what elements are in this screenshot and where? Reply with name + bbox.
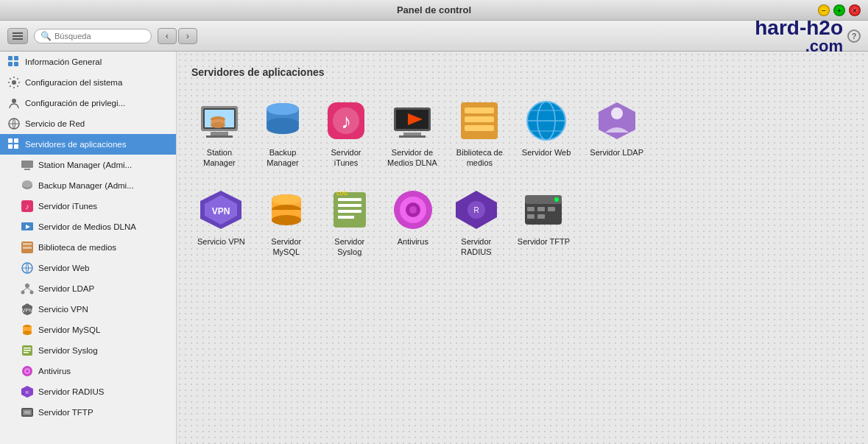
svg-rect-66: [403, 133, 421, 135]
svg-point-58: [267, 118, 299, 130]
close-button[interactable]: ×: [849, 4, 861, 16]
sidebar-label-servidor-dlna: Servidor de Medios DLNA: [38, 222, 136, 231]
sidebar-item-servidores-aplicaciones[interactable]: Servidores de aplicaciones: [0, 134, 176, 155]
app-label-servidor-syslog: ServidorSyslog: [334, 236, 364, 258]
sidebar-item-servicio-vpn[interactable]: VPN Servicio VPN: [0, 299, 176, 320]
svg-text:VPN: VPN: [22, 308, 32, 313]
maximize-button[interactable]: +: [833, 4, 845, 16]
sidebar-item-station-manager[interactable]: Station Manager (Admi...: [0, 155, 176, 175]
svg-point-25: [30, 291, 34, 295]
app-servidor-tftp[interactable]: Servidor TFTP: [512, 182, 576, 264]
servidor-radius-icon: R: [454, 188, 498, 232]
servidor-ldap-icon: [595, 99, 639, 143]
app-antivirus[interactable]: Antivirus: [385, 182, 441, 264]
person-icon: [7, 96, 21, 110]
sidebar-item-configuracion-sistema[interactable]: Configuracion del sistema: [0, 72, 176, 93]
sidebar-item-servidor-radius[interactable]: R Servidor RADIUS: [0, 381, 176, 402]
app-biblioteca-medios[interactable]: Biblioteca demedios: [451, 93, 509, 175]
sidebar-item-servidor-itunes[interactable]: ♪ Servidor iTunes: [0, 196, 176, 216]
sidebar-label-servidor-ldap: Servidor LDAP: [38, 284, 94, 293]
app-backup-manager[interactable]: BackupManager: [255, 93, 311, 175]
mysql-icon: [21, 323, 34, 336]
svg-rect-2: [8, 62, 13, 66]
app-servicio-vpn[interactable]: VPN Servicio VPN: [191, 182, 251, 264]
sidebar-item-antivirus[interactable]: Antivirus: [0, 361, 176, 381]
sidebar-item-servicio-red[interactable]: Servicio de Red: [0, 113, 176, 134]
svg-rect-10: [14, 144, 18, 149]
sidebar-item-configuracion-privilegios[interactable]: Configuración de privlegi...: [0, 93, 176, 113]
svg-rect-12: [24, 169, 30, 170]
sidebar-toggle-button[interactable]: [7, 28, 28, 44]
svg-rect-70: [465, 116, 494, 122]
app-label-backup-manager: BackupManager: [267, 147, 298, 169]
back-button[interactable]: ‹: [158, 28, 177, 44]
svg-rect-1: [14, 56, 18, 60]
app-label-servidor-tftp: Servidor TFTP: [518, 236, 570, 247]
svg-rect-108: [527, 207, 534, 211]
svg-rect-112: [537, 214, 545, 219]
app-servidor-dlna[interactable]: Servidor deMedios DLNA: [381, 93, 443, 175]
svg-text:♪: ♪: [26, 202, 29, 211]
servidor-mysql-icon: [264, 188, 308, 232]
dlna-icon: [21, 220, 34, 233]
svg-rect-9: [8, 144, 13, 149]
sidebar-item-servidor-dlna[interactable]: Servidor de Medios DLNA: [0, 216, 176, 237]
svg-rect-34: [24, 350, 31, 351]
sidebar-item-backup-manager[interactable]: Backup Manager (Admi...: [0, 175, 176, 196]
app-servidor-mysql[interactable]: ServidorMySQL: [258, 182, 314, 264]
svg-rect-93: [338, 216, 354, 219]
antivirus-icon: [21, 364, 34, 378]
content-title: Servidores de aplicaciones: [191, 66, 853, 78]
app-label-servidor-itunes: ServidoriTunes: [331, 147, 361, 169]
svg-point-87: [272, 215, 301, 225]
svg-point-59: [267, 103, 299, 115]
sidebar-item-biblioteca-medios[interactable]: Biblioteca de medios: [0, 237, 176, 258]
forward-button[interactable]: ›: [178, 28, 197, 44]
grid-icon: [7, 55, 21, 68]
window-title: Panel de control: [397, 4, 471, 15]
library-icon: [21, 241, 34, 254]
sidebar-item-servidor-web[interactable]: Servidor Web: [0, 258, 176, 278]
sidebar-label-servidor-syslog: Servidor Syslog: [38, 346, 98, 355]
minimize-button[interactable]: −: [818, 4, 830, 16]
sidebar-item-informacion-general[interactable]: Información General: [0, 52, 176, 72]
sidebar-label-servicio-red: Servicio de Red: [25, 119, 85, 128]
svg-rect-92: [338, 210, 361, 213]
main-layout: Información General Configuracion del si…: [0, 52, 868, 444]
help-button[interactable]: ?: [847, 29, 861, 43]
svg-rect-11: [21, 161, 33, 168]
sidebar-item-servidor-mysql[interactable]: Servidor MySQL: [0, 320, 176, 340]
search-input[interactable]: [54, 32, 143, 40]
sidebar-item-servidor-tftp[interactable]: Servidor TFTP: [0, 402, 176, 423]
svg-text:LOG: LOG: [336, 191, 348, 196]
svg-text:R: R: [26, 390, 29, 395]
svg-point-113: [554, 197, 559, 202]
ldap-icon: [21, 282, 34, 295]
sidebar-item-servidor-syslog[interactable]: Servidor Syslog: [0, 340, 176, 361]
svg-rect-111: [527, 214, 534, 219]
svg-point-38: [26, 370, 29, 373]
titlebar: Panel de control − + ×: [0, 0, 868, 21]
network-icon: [7, 117, 21, 130]
svg-text:♪: ♪: [341, 110, 351, 133]
app-servidor-syslog[interactable]: LOG ServidorSyslog: [322, 182, 378, 264]
app-label-servidor-web: Servidor Web: [522, 147, 571, 158]
svg-rect-33: [24, 348, 31, 349]
sidebar-label-servidor-itunes: Servidor iTunes: [38, 202, 97, 211]
app-servidor-itunes[interactable]: ♪ ServidoriTunes: [318, 93, 374, 175]
app-station-manager[interactable]: StationManager: [191, 93, 247, 175]
itunes-icon: ♪: [21, 200, 34, 213]
svg-point-4: [12, 80, 16, 85]
servidor-tftp-icon: [521, 188, 565, 232]
content-area: Servidores de aplicaciones: [177, 52, 868, 444]
servicio-vpn-icon: VPN: [199, 188, 243, 232]
svg-rect-7: [8, 138, 13, 143]
search-icon: 🔍: [40, 31, 52, 41]
svg-rect-3: [14, 62, 18, 66]
sidebar-item-servidor-ldap[interactable]: Servidor LDAP: [0, 278, 176, 299]
app-servidor-web[interactable]: Servidor Web: [516, 93, 576, 175]
app-servidor-ldap[interactable]: Servidor LDAP: [584, 93, 649, 175]
svg-rect-21: [23, 247, 32, 249]
app-servidor-radius[interactable]: R ServidorRADIUS: [448, 182, 504, 264]
svg-rect-0: [8, 56, 13, 60]
